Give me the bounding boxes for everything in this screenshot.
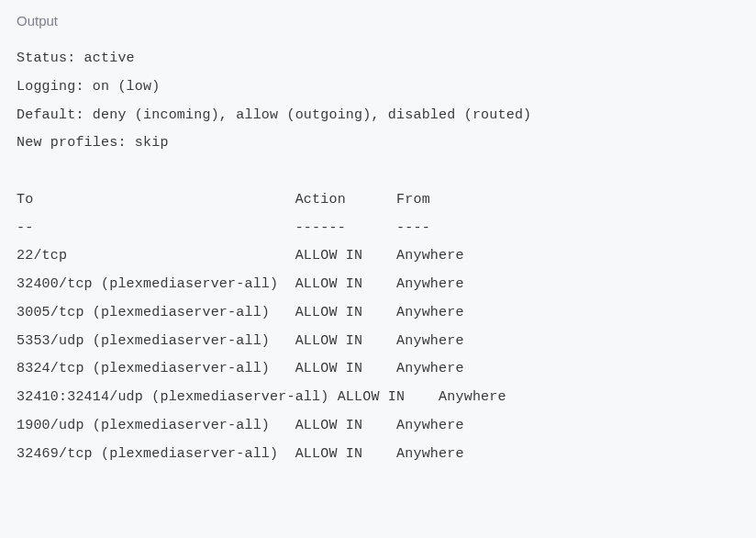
output-label: Output <box>17 13 739 28</box>
table-row: 32410:32414/udp (plexmediaserver-all) AL… <box>17 389 506 405</box>
table-row: 22/tcp ALLOW IN Anywhere <box>17 248 464 263</box>
table-row: 8324/tcp (plexmediaserver-all) ALLOW IN … <box>17 361 464 376</box>
table-divider: -- ------ ---- <box>17 220 430 236</box>
table-row: 1900/udp (plexmediaserver-all) ALLOW IN … <box>17 418 464 433</box>
table-row: 32400/tcp (plexmediaserver-all) ALLOW IN… <box>17 276 464 292</box>
table-header: To Action From <box>17 192 430 207</box>
table-row: 5353/udp (plexmediaserver-all) ALLOW IN … <box>17 333 464 349</box>
status-line: Status: active <box>17 50 135 66</box>
table-row: 3005/tcp (plexmediaserver-all) ALLOW IN … <box>17 305 464 320</box>
default-line: Default: deny (incoming), allow (outgoin… <box>17 107 531 123</box>
terminal-output: Status: active Logging: on (low) Default… <box>17 45 739 468</box>
newprofiles-line: New profiles: skip <box>17 135 169 151</box>
logging-line: Logging: on (low) <box>17 79 160 95</box>
table-row: 32469/tcp (plexmediaserver-all) ALLOW IN… <box>17 446 464 462</box>
